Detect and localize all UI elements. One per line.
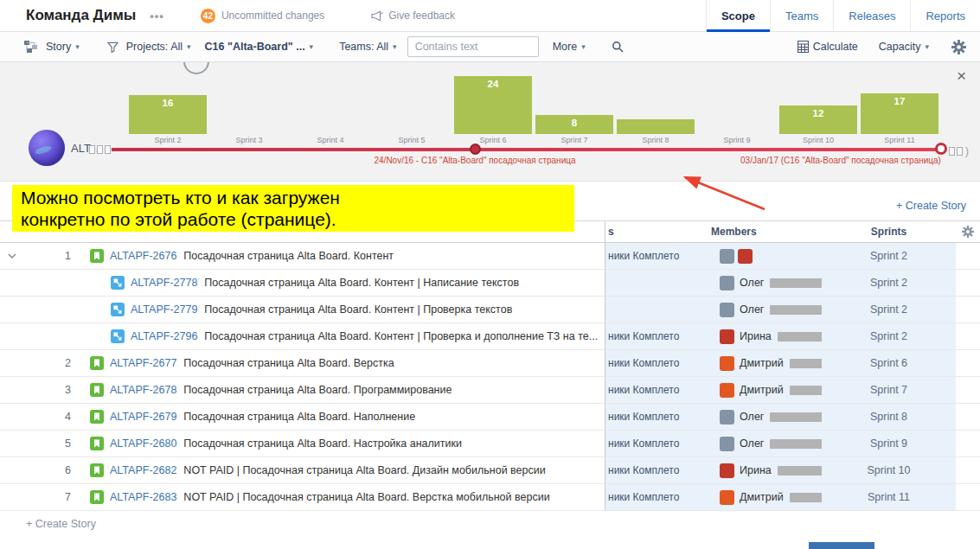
more-dropdown[interactable]: More ▾ [553, 41, 586, 53]
timeline-left-handle[interactable] [89, 145, 111, 154]
member-avatar[interactable] [720, 356, 734, 371]
bar-sprint-8[interactable] [617, 119, 695, 134]
issue-key-link[interactable]: ALTAPF-2682 [110, 464, 176, 476]
subtask-icon [111, 303, 125, 316]
member-avatar[interactable] [720, 303, 734, 317]
teams-filter-label: Teams: All [339, 41, 388, 53]
issue-content: ALTAPF-2678Посадочная страница Alta Boar… [81, 383, 605, 397]
horizontal-scrollbar-thumb[interactable] [809, 542, 874, 549]
row-main-cell[interactable]: 2ALTAPF-2677Посадочная страница Alta Boa… [0, 350, 605, 377]
sprint-axis-label: Sprint 7 [534, 136, 615, 144]
megaphone-icon [371, 10, 383, 22]
header-sprints-label: Sprints [871, 226, 906, 238]
issue-key-link[interactable]: ALTAPF-2778 [131, 277, 197, 289]
structure-name-dropdown[interactable]: C16 "Alta-Board" ... ▾ [205, 41, 314, 53]
table-row: 1ALTAPF-2676Посадочная страница Alta Boa… [0, 243, 980, 270]
bar-sprint-7[interactable]: 8 [535, 115, 613, 134]
row-main-cell[interactable]: 6ALTAPF-2682NOT PAID | Посадочная страни… [0, 457, 605, 484]
row-main-cell[interactable]: ALTAPF-2796Посадочная страница Alta Boar… [0, 323, 605, 350]
issue-key-link[interactable]: ALTAPF-2683 [110, 491, 176, 503]
structure-name-label: C16 "Alta-Board" ... [205, 41, 305, 53]
sprint-cell: Sprint 2 [822, 323, 956, 350]
issue-summary: Посадочная страница Alta Board. Контент … [204, 330, 598, 342]
timeline-end-marker[interactable] [935, 143, 947, 155]
bar-slot: 8 [534, 76, 615, 134]
bar-sprint-6[interactable]: 24 [454, 76, 532, 134]
issue-type-dropdown[interactable]: Story ▾ [46, 41, 80, 53]
tab-scope[interactable]: Scope [706, 0, 770, 31]
projects-dropdown[interactable]: Projects: All ▾ [126, 41, 191, 53]
row-main-cell[interactable]: ALTAPF-2779Посадочная страница Alta Boar… [0, 297, 605, 323]
header-sprints[interactable]: Sprints [822, 221, 956, 242]
bar-sprint-11[interactable]: 17 [861, 93, 938, 134]
member-name: Дмитрий [740, 491, 784, 503]
member-avatar[interactable] [720, 276, 734, 290]
search-icon[interactable] [612, 41, 624, 53]
create-story-link-bottom[interactable]: + Create Story [26, 518, 96, 530]
timeline-start-marker[interactable] [470, 144, 481, 155]
tab-reports[interactable]: Reports [910, 0, 980, 31]
create-story-link-top[interactable]: + Create Story [896, 200, 966, 212]
member-name: Олег [740, 277, 764, 289]
header-members[interactable]: Members [683, 221, 822, 242]
issue-key-link[interactable]: ALTAPF-2678 [110, 384, 176, 396]
row-main-cell[interactable]: 5ALTAPF-2680Посадочная страница Alta Boa… [0, 431, 605, 457]
close-panel-icon[interactable]: × [957, 67, 966, 84]
issue-key-link[interactable]: ALTAPF-2677 [110, 357, 176, 369]
table-row: 5ALTAPF-2680Посадочная страница Alta Boa… [0, 431, 980, 457]
filter-icon[interactable] [107, 41, 118, 53]
zoom-control-clipped[interactable] [183, 62, 209, 74]
capacity-label: Capacity [879, 41, 921, 53]
group-cell: ники Комплето [605, 243, 683, 270]
annotation-line-1: Можно посмотреть кто и как загружен [21, 187, 566, 208]
issue-key-link[interactable]: ALTAPF-2779 [131, 303, 197, 316]
issue-key-link[interactable]: ALTAPF-2679 [110, 411, 176, 423]
row-main-cell[interactable]: ALTAPF-2778Посадочная страница Alta Boar… [0, 270, 605, 297]
bar-value-label: 24 [488, 76, 499, 134]
tab-teams[interactable]: Teams [770, 0, 833, 31]
member-avatar[interactable] [720, 437, 734, 451]
members-cell: Дмитрий [683, 350, 822, 377]
header-gear-icon[interactable] [956, 221, 980, 242]
redacted-text [778, 332, 822, 342]
member-avatar[interactable] [720, 463, 734, 478]
structure-avatar[interactable] [29, 130, 65, 166]
row-main-cell[interactable]: 3ALTAPF-2678Посадочная страница Alta Boa… [0, 377, 605, 404]
member-avatar[interactable] [720, 383, 734, 398]
member-name: Дмитрий [740, 384, 784, 396]
sprint-cell: Sprint 8 [822, 404, 956, 431]
issue-content: ALTAPF-2676Посадочная страница Alta Boar… [81, 249, 605, 263]
issue-key-link[interactable]: ALTAPF-2796 [131, 330, 197, 342]
sprint-axis-label: Sprint 8 [615, 136, 696, 144]
header-hidden-column[interactable]: s [605, 221, 683, 242]
title-more-icon[interactable]: ••• [150, 10, 164, 22]
bar-sprint-2[interactable]: 16 [129, 95, 207, 134]
expand-toggle[interactable] [0, 253, 24, 259]
structure-icon[interactable] [24, 41, 37, 53]
teams-dropdown[interactable]: Teams: All ▾ [339, 41, 397, 53]
timeline-track[interactable] [112, 148, 940, 151]
row-main-cell[interactable]: 1ALTAPF-2676Посадочная страница Alta Boa… [0, 243, 605, 270]
give-feedback-button[interactable]: Give feedback [371, 10, 455, 22]
member-avatar[interactable] [720, 490, 734, 505]
member-avatar[interactable] [738, 249, 753, 264]
contains-text-input[interactable] [407, 36, 539, 57]
sprint-axis-label: Sprint 5 [371, 136, 452, 144]
member-avatar[interactable] [720, 410, 734, 425]
bar-sprint-10[interactable]: 12 [779, 105, 857, 134]
tab-releases[interactable]: Releases [833, 0, 910, 31]
issue-type-label: Story [46, 41, 71, 53]
member-avatar[interactable] [720, 249, 734, 264]
calculate-button[interactable]: Calculate [797, 41, 858, 53]
member-avatar[interactable] [720, 329, 734, 344]
issue-key-link[interactable]: ALTAPF-2676 [110, 250, 176, 262]
settings-gear-icon[interactable] [951, 40, 966, 54]
issue-summary: NOT PAID | Посадочная страница Alta Boar… [183, 464, 545, 476]
capacity-dropdown[interactable]: Capacity ▾ [879, 41, 929, 53]
group-cell [605, 270, 683, 297]
issue-key-link[interactable]: ALTAPF-2680 [110, 437, 176, 450]
sprint-cell: Sprint 6 [822, 350, 956, 377]
issue-summary: Посадочная страница Alta Board. Настройк… [183, 437, 462, 450]
row-main-cell[interactable]: 7ALTAPF-2683NOT PAID | Посадочная страни… [0, 484, 605, 511]
row-main-cell[interactable]: 4ALTAPF-2679Посадочная страница Alta Boa… [0, 404, 605, 431]
